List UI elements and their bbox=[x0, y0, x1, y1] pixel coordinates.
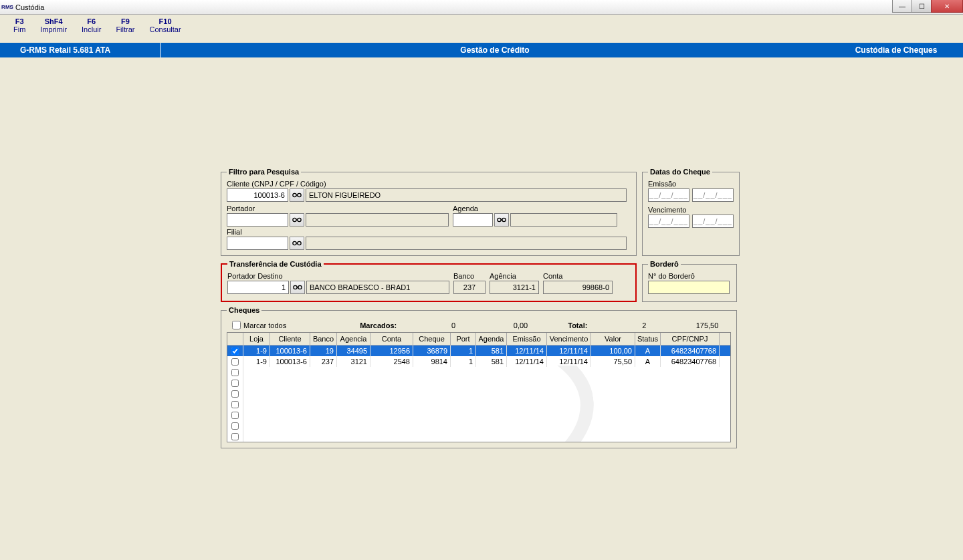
agenda-code-input[interactable] bbox=[453, 213, 493, 227]
banco-display bbox=[453, 281, 486, 294]
datas-legend: Datas do Cheque bbox=[648, 168, 712, 176]
banco-label: Banco bbox=[453, 272, 486, 280]
marcados-sum: 0,00 bbox=[461, 321, 528, 329]
total-count: 2 bbox=[593, 321, 646, 329]
menu-incluir[interactable]: F6Incluir bbox=[75, 17, 108, 33]
portador-destino-code-input[interactable] bbox=[227, 281, 289, 294]
agencia-label: Agência bbox=[490, 272, 539, 280]
cliente-label: Cliente (CNPJ / CPF / Código) bbox=[227, 180, 631, 188]
col-cpf[interactable]: CPF/CNPJ bbox=[661, 333, 720, 345]
filtro-group: Filtro para Pesquisa Cliente (CNPJ / CPF… bbox=[221, 168, 637, 256]
col-port[interactable]: Port bbox=[451, 333, 476, 345]
transferencia-legend: Transferência de Custódia bbox=[227, 260, 324, 268]
cliente-code-input[interactable] bbox=[227, 188, 288, 202]
vencimento-label: Vencimento bbox=[648, 206, 734, 214]
cell-chk[interactable] bbox=[227, 356, 243, 367]
cell-chk[interactable] bbox=[227, 399, 243, 410]
bordero-numero-label: N° do Borderô bbox=[648, 272, 731, 280]
col-loja[interactable]: Loja bbox=[243, 333, 270, 345]
row-checkbox[interactable] bbox=[231, 401, 239, 408]
cell-chk[interactable] bbox=[227, 410, 243, 420]
filial-lookup-button[interactable] bbox=[290, 237, 304, 250]
col-emissao[interactable]: Emissão bbox=[507, 333, 547, 345]
col-agencia[interactable]: Agencia bbox=[337, 333, 370, 345]
bordero-numero-input[interactable] bbox=[648, 281, 730, 294]
cell-chk[interactable] bbox=[227, 345, 243, 356]
cell-chk[interactable] bbox=[227, 367, 243, 378]
cell-chk[interactable] bbox=[227, 388, 243, 399]
col-cheque[interactable]: Cheque bbox=[413, 333, 451, 345]
cliente-lookup-button[interactable] bbox=[290, 188, 304, 202]
col-banco[interactable]: Banco bbox=[310, 333, 337, 345]
col-vencimento[interactable]: Vencimento bbox=[547, 333, 591, 345]
col-cliente[interactable]: Cliente bbox=[270, 333, 310, 345]
marcados-count: 0 bbox=[402, 321, 455, 329]
agenda-lookup-button[interactable] bbox=[494, 213, 509, 227]
portador-destino-name-display bbox=[306, 281, 449, 294]
cell-chk[interactable] bbox=[227, 420, 243, 431]
menu-bar: F3Fim ShF4Imprimir F6Incluir F9Filtrar F… bbox=[0, 15, 963, 43]
menu-imprimir[interactable]: ShF4Imprimir bbox=[33, 17, 74, 33]
menu-filtrar[interactable]: F9Filtrar bbox=[109, 17, 141, 33]
cell-loja: 1-9 bbox=[243, 345, 270, 356]
svg-point-3 bbox=[298, 218, 301, 221]
cell-valor: 100,00 bbox=[591, 345, 635, 356]
col-valor[interactable]: Valor bbox=[591, 333, 635, 345]
portador-lookup-button[interactable] bbox=[290, 213, 304, 227]
portador-name-display bbox=[306, 213, 449, 227]
agencia-display bbox=[490, 281, 539, 294]
bordero-group: Borderô N° do Borderô bbox=[642, 260, 737, 302]
col-status[interactable]: Status bbox=[635, 333, 661, 345]
close-button[interactable]: ✕ bbox=[931, 0, 963, 13]
row-checkbox[interactable] bbox=[231, 412, 239, 419]
row-checkbox[interactable] bbox=[231, 358, 239, 366]
datas-group: Datas do Cheque Emissão Vencimento bbox=[642, 168, 740, 256]
cell-chk[interactable] bbox=[227, 431, 243, 442]
svg-point-2 bbox=[293, 218, 296, 221]
menu-fim[interactable]: F3Fim bbox=[7, 17, 32, 33]
maximize-button[interactable]: ☐ bbox=[912, 0, 932, 13]
svg-point-0 bbox=[293, 193, 296, 196]
svg-point-9 bbox=[298, 285, 302, 289]
menu-consultar[interactable]: F10Consultar bbox=[143, 17, 188, 33]
bordero-legend: Borderô bbox=[648, 260, 681, 268]
row-checkbox[interactable] bbox=[231, 347, 239, 355]
cheques-legend: Cheques bbox=[227, 306, 261, 314]
transferencia-group: Transferência de Custódia Portador Desti… bbox=[221, 260, 637, 302]
title-bar: RMS Custódia — ☐ ✕ bbox=[0, 0, 963, 15]
cell-status: A bbox=[635, 345, 661, 356]
emissao-from-input[interactable] bbox=[648, 188, 689, 202]
row-checkbox[interactable] bbox=[231, 422, 239, 430]
app-icon: RMS bbox=[2, 2, 13, 13]
conta-display bbox=[543, 281, 613, 294]
cell-venc: 12/11/14 bbox=[547, 345, 591, 356]
filial-code-input[interactable] bbox=[227, 237, 288, 250]
cell-chk[interactable] bbox=[227, 378, 243, 388]
table-row[interactable]: 1-9100013-619344951295636879158112/11/14… bbox=[227, 345, 730, 356]
col-conta[interactable]: Conta bbox=[370, 333, 413, 345]
row-checkbox[interactable] bbox=[231, 369, 239, 376]
row-checkbox[interactable] bbox=[231, 380, 239, 387]
cell-cheque: 36879 bbox=[413, 345, 451, 356]
marcar-todos-check[interactable]: Marcar todos bbox=[232, 321, 286, 329]
window-title: Custódia bbox=[15, 3, 44, 11]
vencimento-from-input[interactable] bbox=[648, 215, 689, 228]
svg-point-6 bbox=[293, 241, 296, 245]
emissao-to-input[interactable] bbox=[692, 188, 734, 202]
header-left: G-RMS Retail 5.681 ATA bbox=[0, 43, 160, 57]
vencimento-to-input[interactable] bbox=[692, 215, 734, 228]
filial-label: Filial bbox=[227, 228, 631, 236]
row-checkbox[interactable] bbox=[231, 390, 239, 398]
filial-name-display bbox=[306, 237, 627, 250]
cell-banco: 19 bbox=[310, 345, 337, 356]
cell-agencia: 34495 bbox=[337, 345, 370, 356]
cell-agenda: 581 bbox=[476, 345, 507, 356]
cell-cliente: 100013-6 bbox=[270, 345, 310, 356]
col-agenda[interactable]: Agenda bbox=[476, 333, 507, 345]
marcar-todos-checkbox[interactable] bbox=[232, 321, 241, 329]
portador-destino-lookup-button[interactable] bbox=[290, 281, 305, 294]
minimize-button[interactable]: — bbox=[892, 0, 912, 13]
portador-code-input[interactable] bbox=[227, 213, 288, 227]
marcados-label: Marcados: bbox=[360, 321, 397, 329]
row-checkbox[interactable] bbox=[231, 433, 239, 440]
